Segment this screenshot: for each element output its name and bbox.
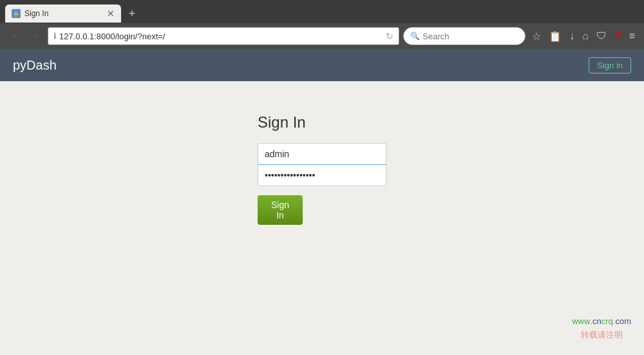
reload-button[interactable]: ↻	[386, 31, 393, 41]
watermark-www: www	[572, 315, 590, 329]
reader-view-icon[interactable]: 📋	[546, 29, 564, 44]
back-button[interactable]: ←	[6, 28, 23, 44]
signin-submit-button[interactable]: Sign In	[258, 195, 303, 225]
watermark: www . cn crq . com 转载请注明	[572, 315, 631, 342]
bookmark-icon[interactable]: ☆	[529, 29, 544, 44]
address-bar-container[interactable]: ℹ ↻	[48, 27, 399, 45]
tab-title: Sign In	[24, 9, 103, 18]
download-icon[interactable]: ↓	[567, 29, 577, 43]
search-input[interactable]	[422, 32, 531, 41]
signin-title: Sign In	[258, 113, 306, 131]
toolbar-actions: ☆ 📋 ↓ ⌂ 🛡 P ≡	[529, 29, 638, 44]
search-bar-container[interactable]: 🔍	[403, 27, 526, 45]
address-bar-input[interactable]	[59, 32, 383, 41]
app-header: pyDash Sign in	[0, 49, 644, 81]
signin-card: Sign In Sign In	[258, 113, 386, 225]
watermark-com: com	[615, 315, 631, 329]
watermark-line1: www . cn crq . com	[572, 315, 631, 329]
password-input[interactable]	[258, 164, 386, 186]
browser-toolbar: ← → ℹ ↻ 🔍 ☆ 📋 ↓ ⌂ 🛡 P ≡	[0, 23, 644, 49]
watermark-cn: cn	[592, 315, 601, 329]
browser-tab-active[interactable]: 🔒 Sign In ✕	[5, 5, 121, 23]
tab-close-button[interactable]: ✕	[107, 9, 115, 18]
browser-chrome: 🔒 Sign In ✕ + ← → ℹ ↻ 🔍 ☆ 📋 ↓ ⌂ 🛡 P ≡	[0, 0, 644, 49]
menu-icon[interactable]: ≡	[627, 29, 638, 43]
app-main: Sign In Sign In	[0, 81, 644, 339]
signin-form: Sign In	[258, 143, 386, 225]
watermark-crq: crq	[601, 315, 613, 329]
new-tab-button[interactable]: +	[124, 5, 140, 22]
search-icon: 🔍	[410, 32, 420, 41]
watermark-line2: 转载请注明	[572, 329, 631, 342]
home-icon[interactable]: ⌂	[580, 29, 591, 43]
tab-favicon: 🔒	[12, 9, 21, 18]
security-icon: ℹ	[53, 32, 57, 41]
pinterest-icon[interactable]: P	[612, 29, 624, 43]
pocket-icon[interactable]: 🛡	[594, 29, 609, 43]
app-logo: pyDash	[13, 58, 57, 73]
forward-button[interactable]: →	[27, 28, 44, 44]
header-signin-button[interactable]: Sign in	[589, 57, 631, 73]
username-input[interactable]	[258, 143, 386, 164]
browser-tab-bar: 🔒 Sign In ✕ +	[0, 0, 644, 23]
